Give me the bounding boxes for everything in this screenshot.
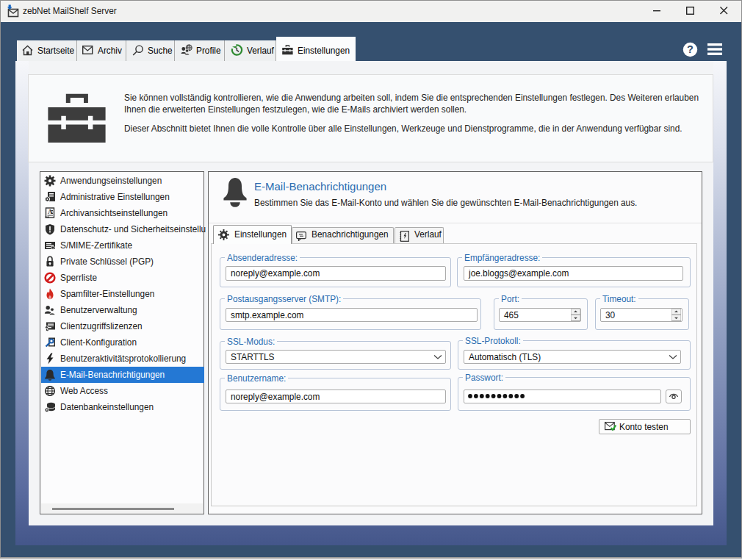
svg-text:?: ? (687, 43, 694, 55)
